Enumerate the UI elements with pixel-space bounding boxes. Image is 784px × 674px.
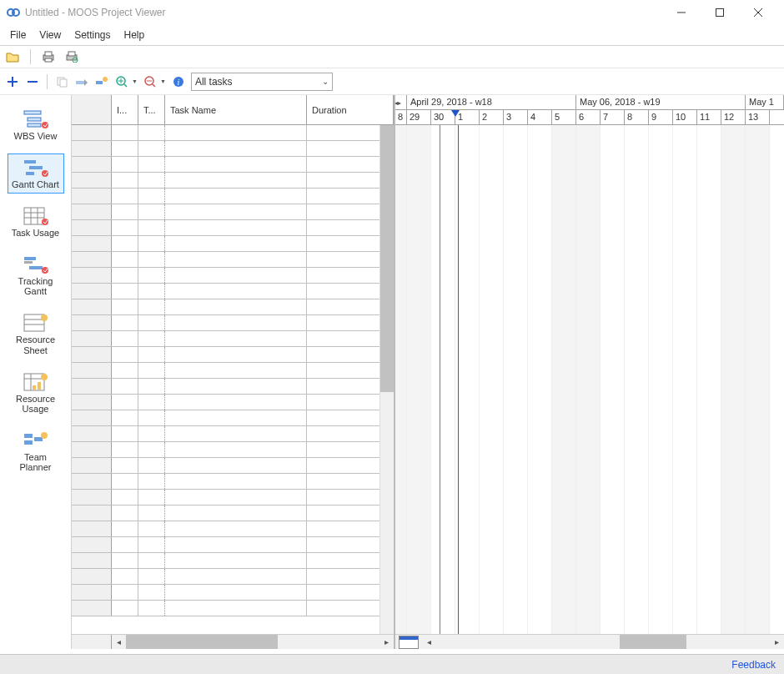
table-row[interactable] [72,331,394,347]
view-resource-usage[interactable]: Resource Usage [8,368,64,418]
table-row[interactable] [72,585,394,601]
day-cell[interactable]: 29 [407,110,431,124]
table-row[interactable] [72,363,394,379]
table-row[interactable] [72,284,394,299]
table-body[interactable] [72,125,394,634]
table-row[interactable] [72,173,394,189]
collapse-icon[interactable] [25,74,40,89]
zoom-out-icon[interactable] [143,74,158,89]
view-tracking-gantt[interactable]: Tracking Gantt [8,250,64,300]
table-row[interactable] [72,157,394,173]
day-cell[interactable]: 13 [746,110,770,124]
row-number-header[interactable] [72,95,112,124]
table-row[interactable] [72,268,394,284]
day-cell[interactable]: 3 [504,110,528,124]
scroll-track[interactable] [436,635,770,649]
day-cell[interactable]: 10 [673,110,697,124]
table-row[interactable] [72,236,394,252]
feedback-link[interactable]: Feedback [731,659,776,671]
table-row[interactable] [72,490,394,506]
day-cell[interactable]: 11 [697,110,721,124]
gantt-chart-area[interactable] [395,125,784,634]
scrollbar-thumb[interactable] [380,125,394,392]
tracking-gantt-icon [23,254,49,274]
wbs-icon [23,109,49,129]
task-filter-combo[interactable]: All tasks ⌄ [191,73,333,91]
column-duration[interactable]: Duration [307,95,394,124]
print-preview-icon[interactable] [64,49,79,64]
goto-task-icon[interactable] [94,74,109,89]
close-button[interactable] [739,0,777,25]
maximize-button[interactable] [701,0,739,25]
table-row[interactable] [72,521,394,537]
print-icon[interactable] [41,49,56,64]
scroll-right-button[interactable]: ▸ [379,635,394,649]
scrollbar-thumb[interactable] [126,635,278,649]
view-resource-sheet[interactable]: Resource Sheet [8,309,64,359]
vertical-scrollbar[interactable] [379,125,394,634]
day-cell[interactable]: 2 [480,110,504,124]
table-row[interactable] [72,395,394,410]
week-cell[interactable]: April 29, 2018 - w18 [407,95,576,109]
column-indicator[interactable]: I... [112,95,138,124]
column-task-name[interactable]: Task Name [165,95,307,124]
chevron-down-icon[interactable]: ▼ [160,78,166,84]
menu-help[interactable]: Help [118,27,152,43]
menu-view[interactable]: View [33,27,68,43]
table-row[interactable] [72,426,394,442]
scroll-left-button[interactable]: ◂ [112,635,126,649]
table-row[interactable] [72,569,394,585]
table-row[interactable] [72,220,394,236]
view-team-planner[interactable]: Team Planner [8,426,64,476]
day-cell[interactable]: 8 [625,110,649,124]
column-taskmode[interactable]: T... [138,95,165,124]
copy-icon[interactable] [54,74,69,89]
table-row[interactable] [72,125,394,141]
week-cell[interactable]: May 06, 2018 - w19 [576,95,746,109]
table-row[interactable] [72,442,394,458]
view-gantt-chart[interactable]: Gantt Chart [8,153,64,194]
day-cell[interactable]: 4 [528,110,552,124]
table-row[interactable] [72,601,394,616]
day-cell[interactable]: 5 [552,110,576,124]
view-sidebar: WBS View Gantt Chart Task Usage Tracking… [0,95,72,649]
zoom-in-icon[interactable] [114,74,129,89]
day-cell[interactable]: 12 [721,110,746,124]
day-cell[interactable]: 9 [649,110,673,124]
chevron-down-icon[interactable]: ▼ [132,78,138,84]
day-cell[interactable]: 8 [395,110,407,124]
menu-file[interactable]: File [3,27,33,43]
scroll-track[interactable] [126,635,379,649]
table-row[interactable] [72,252,394,268]
menu-settings[interactable]: Settings [68,27,117,43]
table-row[interactable] [72,141,394,157]
table-row[interactable] [72,299,394,315]
scroll-left-button[interactable]: ◂ [422,635,436,649]
day-cell[interactable]: 7 [601,110,625,124]
week-cell[interactable]: May 1 [746,95,784,109]
week-cell-partial[interactable] [395,95,407,109]
table-row[interactable] [72,189,394,204]
table-row[interactable] [72,379,394,395]
info-icon[interactable]: i [171,74,186,89]
scrollbar-thumb[interactable] [620,635,686,649]
minimize-button[interactable] [662,0,701,25]
view-wbs[interactable]: WBS View [8,105,64,145]
table-row[interactable] [72,315,394,331]
table-row[interactable] [72,347,394,363]
view-task-usage[interactable]: Task Usage [8,202,64,242]
open-icon[interactable] [5,49,20,64]
scroll-right-button[interactable]: ▸ [770,635,784,649]
day-cell[interactable]: 6 [576,110,601,124]
table-row[interactable] [72,474,394,490]
table-row[interactable] [72,204,394,220]
scroll-to-task-icon[interactable] [74,74,89,89]
svg-rect-8 [45,58,52,62]
table-row[interactable] [72,553,394,569]
table-row[interactable] [72,410,394,426]
table-row[interactable] [72,537,394,553]
expand-icon[interactable] [5,74,20,89]
table-row[interactable] [72,458,394,474]
table-row[interactable] [72,506,394,521]
goto-date-icon[interactable] [399,636,419,649]
